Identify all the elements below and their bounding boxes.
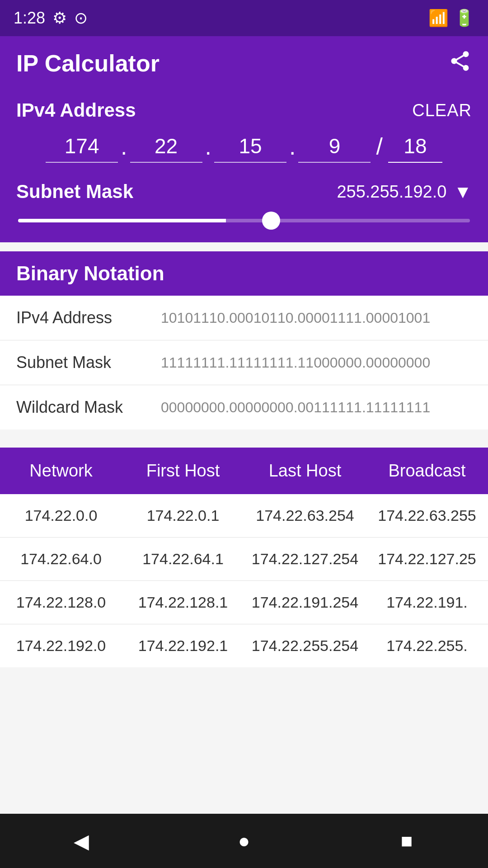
binary-ipv4-label: IPv4 Address [16, 308, 161, 327]
share-button[interactable] [448, 49, 472, 78]
binary-ipv4-row: IPv4 Address 10101110.00010110.00001111.… [0, 296, 488, 340]
table-row: 174.22.0.0 174.22.0.1 174.22.63.254 174.… [0, 494, 488, 538]
ip-prefix[interactable] [388, 130, 442, 163]
row-1-last-host: 174.22.127.254 [244, 550, 366, 568]
row-2-first-host: 174.22.128.1 [122, 594, 244, 611]
binary-wildcard-row: Wildcard Mask 00000000.00000000.00111111… [0, 385, 488, 429]
binary-ipv4-value: 10101110.00010110.00001111.00001001 [161, 310, 430, 326]
ip-octet-1[interactable] [46, 130, 118, 163]
slider-container [16, 216, 472, 224]
ip-octet-2[interactable] [130, 130, 202, 163]
home-button[interactable]: ● [226, 823, 262, 859]
row-0-network: 174.22.0.0 [0, 507, 122, 524]
row-2-last-host: 174.22.191.254 [244, 594, 366, 611]
binary-notation-header: Binary Notation [0, 251, 488, 296]
slash-separator: / [371, 135, 388, 158]
row-1-broadcast: 174.22.127.25 [366, 550, 488, 568]
subnet-mask-label: Subnet Mask [16, 181, 133, 203]
subnet-dropdown[interactable]: 255.255.192.0 ▼ [337, 182, 472, 202]
row-3-broadcast: 174.22.255. [366, 637, 488, 655]
row-0-broadcast: 174.22.63.255 [366, 507, 488, 524]
table-header-first-host: First Host [122, 448, 244, 494]
binary-section: Binary Notation IPv4 Address 10101110.00… [0, 251, 488, 429]
row-0-first-host: 174.22.0.1 [122, 507, 244, 524]
table-row: 174.22.64.0 174.22.64.1 174.22.127.254 1… [0, 538, 488, 581]
table-header-broadcast: Broadcast [366, 448, 488, 494]
ipv4-header: IPv4 Address CLEAR [16, 99, 472, 121]
table-row: 174.22.192.0 174.22.192.1 174.22.255.254… [0, 624, 488, 667]
back-button[interactable]: ◀ [63, 823, 99, 859]
row-2-network: 174.22.128.0 [0, 594, 122, 611]
app-bar: IP Calculator [0, 36, 488, 90]
row-3-first-host: 174.22.192.1 [122, 637, 244, 655]
settings-icon: ⚙ [52, 9, 67, 28]
row-3-last-host: 174.22.255.254 [244, 637, 366, 655]
time-display: 1:28 [14, 9, 45, 28]
status-bar: 1:28 ⚙ ⊙ 📶 🔋 [0, 0, 488, 36]
app-title: IP Calculator [16, 50, 160, 77]
chevron-down-icon: ▼ [454, 182, 472, 202]
binary-subnet-value: 11111111.11111111.11000000.00000000 [161, 354, 430, 371]
clear-button[interactable]: CLEAR [412, 101, 472, 120]
row-2-broadcast: 174.22.191. [366, 594, 488, 611]
battery-icon: 🔋 [454, 9, 474, 28]
row-1-first-host: 174.22.64.1 [122, 550, 244, 568]
prefix-slider[interactable] [18, 219, 470, 222]
binary-wildcard-label: Wildcard Mask [16, 398, 161, 417]
input-section: IPv4 Address CLEAR . . . / Subnet Mask 2… [0, 90, 488, 242]
table-header-row: Network First Host Last Host Broadcast [0, 448, 488, 494]
ip-octet-4[interactable] [298, 130, 371, 163]
row-3-network: 174.22.192.0 [0, 637, 122, 655]
binary-subnet-label: Subnet Mask [16, 353, 161, 372]
ipv4-address-label: IPv4 Address [16, 99, 136, 121]
binary-wildcard-value: 00000000.00000000.00111111.11111111 [161, 399, 430, 416]
nav-bar: ◀ ● ■ [0, 814, 488, 868]
dot-3: . [286, 135, 298, 158]
dot-1: . [118, 135, 130, 158]
binary-subnet-row: Subnet Mask 11111111.11111111.11000000.0… [0, 340, 488, 385]
subnet-table-section: Network First Host Last Host Broadcast 1… [0, 448, 488, 667]
table-header-network: Network [0, 448, 122, 494]
status-bar-left: 1:28 ⚙ ⊙ [14, 9, 88, 28]
status-bar-right: 📶 🔋 [428, 9, 474, 28]
ip-octet-3[interactable] [214, 130, 286, 163]
table-row: 174.22.128.0 174.22.128.1 174.22.191.254… [0, 581, 488, 624]
circle-icon: ⊙ [74, 9, 88, 28]
signal-icon: 📶 [428, 9, 449, 28]
row-1-network: 174.22.64.0 [0, 550, 122, 568]
subnet-mask-row: Subnet Mask 255.255.192.0 ▼ [16, 181, 472, 203]
subnet-mask-value: 255.255.192.0 [337, 182, 446, 202]
row-0-last-host: 174.22.63.254 [244, 507, 366, 524]
ip-input-row: . . . / [16, 130, 472, 163]
table-header-last-host: Last Host [244, 448, 366, 494]
dot-2: . [202, 135, 214, 158]
recents-button[interactable]: ■ [389, 823, 425, 859]
